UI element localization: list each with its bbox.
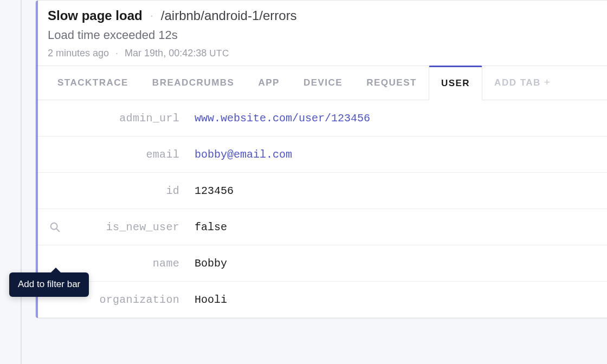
add-tab-label: ADD TAB xyxy=(494,77,541,88)
relative-time: 2 minutes ago xyxy=(48,48,109,59)
card-header: Slow page load · /airbnb/android-1/error… xyxy=(36,1,607,66)
filter-tooltip: Add to filter bar xyxy=(9,272,89,297)
tab-bar: STACKTRACE BREADCRUMBS APP DEVICE REQUES… xyxy=(36,66,607,100)
data-value: Bobby xyxy=(195,257,596,270)
data-row-id: id 123456 xyxy=(36,173,607,209)
user-data-table: admin_url www.website.com/user/123456 em… xyxy=(36,100,607,318)
data-key: organization xyxy=(74,294,179,306)
svg-line-1 xyxy=(56,229,59,231)
data-row-admin-url: admin_url www.website.com/user/123456 xyxy=(36,100,607,136)
tab-user[interactable]: USER xyxy=(429,66,482,100)
data-value: false xyxy=(195,221,596,233)
error-path: /airbnb/android-1/errors xyxy=(161,8,297,24)
card-accent-bar xyxy=(36,1,38,318)
plus-icon: + xyxy=(544,76,551,88)
search-icon[interactable] xyxy=(49,221,61,233)
data-value: 123456 xyxy=(195,185,596,197)
tab-request[interactable]: REQUEST xyxy=(354,66,429,100)
error-description: Load time exceeded 12s xyxy=(48,28,596,42)
data-value: Hooli xyxy=(195,294,596,306)
error-meta: 2 minutes ago · Mar 19th, 00:42:38 UTC xyxy=(48,48,596,59)
data-key: admin_url xyxy=(74,112,179,125)
error-card: Slow page load · /airbnb/android-1/error… xyxy=(35,0,607,318)
timeline-rule xyxy=(21,0,22,364)
row-icon-slot xyxy=(36,221,74,233)
data-row-organization: organization Hooli xyxy=(36,282,607,318)
tab-add[interactable]: ADD TAB + xyxy=(482,66,563,100)
meta-separator: · xyxy=(115,48,118,59)
tab-device[interactable]: DEVICE xyxy=(292,66,354,100)
tab-stacktrace[interactable]: STACKTRACE xyxy=(46,66,140,100)
data-key: id xyxy=(74,185,179,197)
title-separator: · xyxy=(150,8,153,23)
absolute-time: Mar 19th, 00:42:38 xyxy=(125,48,206,58)
data-value-link[interactable]: www.website.com/user/123456 xyxy=(195,112,596,125)
data-row-email: email bobby@email.com xyxy=(36,136,607,173)
data-value-link[interactable]: bobby@email.com xyxy=(195,148,596,161)
tab-breadcrumbs[interactable]: BREADCRUMBS xyxy=(140,66,247,100)
title-line: Slow page load · /airbnb/android-1/error… xyxy=(48,8,596,24)
tab-app[interactable]: APP xyxy=(246,66,291,100)
data-row-name: name Bobby xyxy=(36,245,607,282)
data-row-is-new-user: is_new_user false xyxy=(36,209,607,245)
data-key: email xyxy=(74,148,179,161)
error-title: Slow page load xyxy=(48,8,143,24)
data-key: is_new_user xyxy=(74,221,179,233)
data-key: name xyxy=(74,257,179,270)
timezone-label: UTC xyxy=(209,48,229,58)
